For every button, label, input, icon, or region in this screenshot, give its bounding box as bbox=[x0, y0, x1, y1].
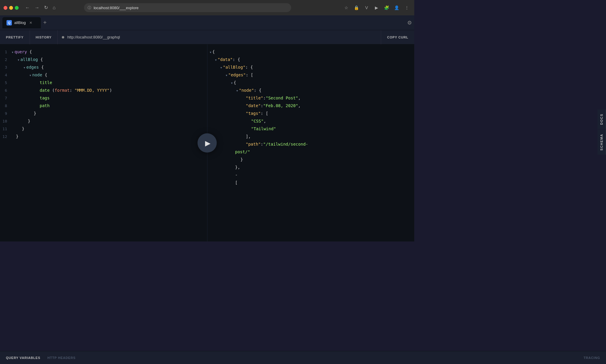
code-token: } bbox=[28, 119, 30, 123]
query-line: 5title bbox=[0, 80, 207, 88]
extension-btn-2[interactable]: V bbox=[363, 4, 370, 12]
code-token: edges bbox=[26, 65, 39, 70]
prettify-button[interactable]: PRETTIFY bbox=[0, 30, 30, 44]
result-line: "CSS", bbox=[207, 118, 415, 126]
browser-chrome: ← → ↻ ⌂ ⓘ localhost:8080/___explore ☆ 🔒 … bbox=[0, 0, 414, 15]
query-line: 11} bbox=[0, 126, 207, 134]
result-line: ], bbox=[207, 134, 415, 141]
back-button[interactable]: ← bbox=[23, 4, 32, 11]
result-line: } bbox=[207, 157, 415, 165]
result-line: "Tailwind" bbox=[207, 126, 415, 134]
result-collapse-arrow[interactable]: ▾ bbox=[231, 81, 233, 85]
code-token: date bbox=[40, 88, 50, 93]
result-token: , bbox=[298, 96, 301, 100]
menu-btn[interactable]: ⋮ bbox=[403, 4, 411, 12]
result-token: "edges" bbox=[228, 73, 246, 77]
address-bar[interactable]: ⓘ localhost:8080/___explore bbox=[84, 3, 291, 12]
run-query-button[interactable]: ▶ bbox=[198, 133, 217, 153]
reload-button[interactable]: ↻ bbox=[42, 4, 50, 11]
result-token: , bbox=[264, 119, 266, 123]
collapse-arrow[interactable]: ▾ bbox=[12, 51, 13, 54]
extension-btn-1[interactable]: 🔒 bbox=[353, 4, 360, 12]
endpoint-url: http://localhost:8080/__graphql bbox=[67, 35, 120, 39]
forward-button[interactable]: → bbox=[33, 4, 41, 11]
query-line: 3▾ edges { bbox=[0, 65, 207, 72]
result-line: ▾ "node": { bbox=[207, 88, 415, 95]
result-token: "Tailwind" bbox=[251, 126, 276, 131]
code-token: title bbox=[40, 80, 52, 85]
query-line: 1▾ query { bbox=[0, 49, 207, 57]
result-token: - bbox=[235, 173, 238, 177]
result-line: post/" bbox=[207, 149, 415, 157]
minimize-traffic-light[interactable] bbox=[9, 6, 13, 10]
result-token: [ bbox=[235, 180, 238, 185]
result-token: { bbox=[234, 80, 236, 85]
extension-btn-3[interactable]: ▶ bbox=[373, 4, 381, 12]
copy-curl-button[interactable]: COPY CURL bbox=[381, 30, 414, 44]
browser-actions: ☆ 🔒 V ▶ 🧩 👤 ⋮ bbox=[343, 4, 411, 12]
query-editor[interactable]: 1▾ query {2▾ allBlog {3▾ edges {4▾ node … bbox=[0, 44, 207, 241]
result-line: "title": "Second Post", bbox=[207, 95, 415, 103]
bookmark-button[interactable]: ☆ bbox=[343, 4, 350, 12]
code-token: { bbox=[42, 73, 47, 77]
code-token: allBlog bbox=[20, 57, 38, 62]
tab-label: allBlog bbox=[14, 20, 26, 25]
result-collapse-arrow[interactable]: ▾ bbox=[226, 74, 227, 77]
result-token: , bbox=[298, 103, 301, 108]
result-token: "Feb.08, 2020" bbox=[263, 103, 298, 108]
result-token: : [ bbox=[246, 73, 253, 77]
endpoint-bar: http://localhost:8080/__graphql bbox=[58, 35, 381, 39]
collapse-arrow[interactable]: ▾ bbox=[18, 58, 19, 62]
query-line: 12} bbox=[0, 134, 207, 141]
history-button[interactable]: HISTORY bbox=[30, 30, 58, 44]
query-line: 2▾ allBlog { bbox=[0, 57, 207, 65]
query-line: 9} bbox=[0, 111, 207, 118]
profile-btn[interactable]: 👤 bbox=[393, 4, 401, 12]
result-token: "title" bbox=[246, 96, 263, 100]
nav-buttons: ← → ↻ ⌂ bbox=[23, 4, 57, 11]
new-tab-button[interactable]: + bbox=[41, 19, 49, 26]
result-token: : { bbox=[245, 65, 253, 70]
result-collapse-arrow[interactable]: ▾ bbox=[210, 51, 211, 54]
code-token: tags bbox=[40, 96, 50, 100]
toolbar: PRETTIFY HISTORY http://localhost:8080/_… bbox=[0, 30, 414, 44]
result-token: : { bbox=[233, 57, 240, 62]
result-line: ▾ "data": { bbox=[207, 57, 415, 65]
result-token: "CSS" bbox=[251, 119, 264, 123]
code-token: } bbox=[16, 134, 18, 139]
result-token: "Second Post" bbox=[266, 96, 298, 100]
result-line: "tags": [ bbox=[207, 111, 415, 118]
query-line: 8path bbox=[0, 103, 207, 111]
result-line: ▾ "edges": [ bbox=[207, 72, 415, 80]
result-line: }, bbox=[207, 165, 415, 172]
close-traffic-light[interactable] bbox=[4, 6, 7, 10]
result-token: post/" bbox=[235, 149, 250, 154]
collapse-arrow[interactable]: ▾ bbox=[24, 66, 25, 69]
home-button[interactable]: ⌂ bbox=[51, 4, 57, 11]
code-token: query bbox=[14, 49, 27, 54]
code-token: ) bbox=[109, 88, 112, 93]
result-line: [ bbox=[207, 180, 415, 188]
result-panel: ▾ {▾ "data": {▾ "allBlog": {▾ "edges": [… bbox=[207, 44, 415, 241]
tab-close-button[interactable]: ✕ bbox=[29, 21, 32, 25]
result-token: "/tailwind/second- bbox=[263, 142, 308, 146]
play-button-overlay: ▶ bbox=[198, 133, 217, 153]
query-line: 4▾ node { bbox=[0, 72, 207, 80]
result-collapse-arrow[interactable]: ▾ bbox=[215, 58, 217, 62]
traffic-lights bbox=[4, 6, 19, 10]
result-line: "path": "/tailwind/second- bbox=[207, 141, 415, 149]
result-token: ], bbox=[246, 134, 251, 139]
active-tab[interactable]: Q allBlog ✕ bbox=[2, 17, 41, 28]
result-line: ▾ "allBlog": { bbox=[207, 65, 415, 72]
result-collapse-arrow[interactable]: ▾ bbox=[236, 89, 238, 92]
settings-button[interactable]: ⚙ bbox=[407, 20, 412, 26]
fullscreen-traffic-light[interactable] bbox=[15, 6, 19, 10]
result-token: : bbox=[261, 142, 263, 146]
result-token: "date" bbox=[246, 103, 261, 108]
play-icon: ▶ bbox=[205, 139, 210, 147]
endpoint-status-dot bbox=[62, 36, 64, 38]
extensions-btn[interactable]: 🧩 bbox=[383, 4, 391, 12]
result-collapse-arrow[interactable]: ▾ bbox=[220, 66, 222, 69]
tab-favicon: Q bbox=[7, 20, 12, 25]
collapse-arrow[interactable]: ▾ bbox=[30, 74, 31, 77]
